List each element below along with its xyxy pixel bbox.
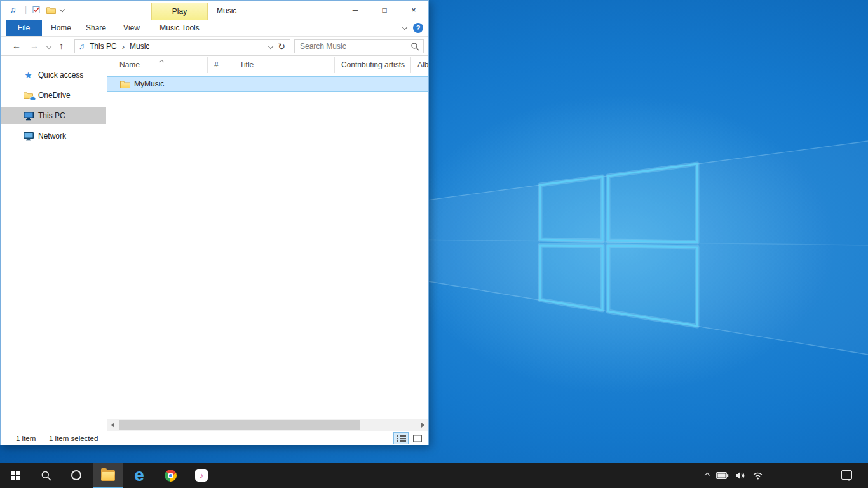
refresh-icon[interactable]: ↻ — [278, 41, 285, 51]
tab-file[interactable]: File — [6, 20, 42, 36]
cortana-button[interactable] — [61, 463, 92, 488]
details-view-button[interactable] — [393, 432, 409, 444]
sidebar-item-quick-access[interactable]: ★ Quick access — [1, 67, 106, 83]
search-input[interactable] — [295, 42, 410, 51]
title-bar[interactable]: ♫ | Play Music ─ □ × — [1, 1, 428, 20]
folder-icon — [120, 80, 130, 88]
window-controls: ─ □ × — [341, 1, 428, 20]
sidebar-item-label: This PC — [38, 111, 65, 120]
back-button[interactable]: ← — [12, 41, 21, 51]
sidebar-item-label: OneDrive — [38, 91, 71, 100]
chrome-icon — [165, 470, 177, 482]
windows-logo-icon — [11, 471, 20, 480]
large-icons-view-button[interactable] — [410, 432, 425, 444]
column-headers: Name # Title Contributing artists Alb — [107, 57, 428, 74]
minimize-button[interactable]: ─ — [341, 1, 370, 20]
sidebar-item-onedrive[interactable]: OneDrive — [1, 87, 106, 104]
address-music-note-icon: ♫ — [79, 42, 85, 51]
cortana-icon — [71, 470, 81, 480]
file-explorer-window: ♫ | Play Music ─ □ × File Home Share Vie… — [0, 0, 429, 445]
tab-music-tools[interactable]: Music Tools — [151, 20, 208, 36]
scroll-right-arrow-icon[interactable] — [417, 419, 428, 431]
hidden-icons-chevron-icon[interactable] — [705, 473, 710, 478]
window-body: ★ Quick access OneDrive — [1, 57, 428, 431]
taskbar: e ♪ — [0, 463, 868, 488]
close-button[interactable]: × — [399, 1, 428, 20]
expand-ribbon-chevron-icon[interactable] — [402, 25, 407, 30]
large-icons-view-icon — [413, 435, 422, 442]
sidebar-item-network[interactable]: Network — [1, 128, 106, 144]
qat-separator: | — [25, 5, 27, 14]
selection-count: 1 item selected — [49, 435, 98, 442]
star-icon: ★ — [24, 71, 32, 79]
column-header-number[interactable]: # — [208, 57, 233, 73]
itunes-icon: ♪ — [195, 469, 208, 482]
onedrive-cloud-icon — [29, 96, 36, 100]
taskbar-itunes-button[interactable]: ♪ — [186, 463, 217, 488]
taskbar-search-button[interactable] — [31, 463, 61, 488]
breadcrumb-music[interactable]: Music — [130, 42, 149, 51]
address-dropdown-chevron-icon[interactable] — [268, 44, 273, 49]
view-toggles — [393, 432, 425, 444]
tab-home[interactable]: Home — [46, 20, 76, 36]
network-icon — [23, 132, 34, 141]
edge-icon: e — [134, 463, 144, 487]
forward-button[interactable]: → — [30, 41, 39, 51]
navigation-bar: ← → ↑ ♫ This PC › Music ↻ — [1, 37, 428, 56]
taskbar-edge-button[interactable]: e — [124, 463, 154, 488]
column-header-title[interactable]: Title — [233, 57, 335, 73]
search-icon[interactable] — [410, 42, 419, 51]
taskbar-chrome-button[interactable] — [155, 463, 186, 488]
column-header-album[interactable]: Alb — [411, 57, 437, 73]
sort-ascending-icon — [159, 60, 164, 64]
taskbar-file-explorer-button[interactable] — [93, 463, 123, 488]
start-button[interactable] — [0, 463, 31, 488]
recent-locations-chevron-icon[interactable] — [46, 44, 51, 49]
file-name: MyMusic — [134, 79, 164, 88]
up-button[interactable]: ↑ — [59, 41, 64, 51]
music-note-icon: ♫ — [10, 4, 17, 15]
maximize-button[interactable]: □ — [370, 1, 399, 20]
breadcrumb-separator-icon[interactable]: › — [122, 42, 125, 51]
qat-properties-icon[interactable] — [32, 5, 43, 15]
window-title: Music — [217, 6, 236, 15]
search-box[interactable] — [294, 39, 424, 53]
scrollbar-thumb[interactable] — [119, 420, 360, 430]
itunes-note-glyph: ♪ — [200, 471, 204, 480]
wifi-icon[interactable] — [752, 471, 763, 480]
file-explorer-icon — [101, 470, 115, 481]
ribbon-tab-row: File Home Share View Music Tools ? — [1, 20, 428, 37]
sidebar-item-label: Quick access — [38, 71, 83, 79]
status-bar: 1 item 1 item selected — [1, 431, 428, 445]
item-count: 1 item — [16, 435, 36, 442]
tab-view[interactable]: View — [116, 20, 147, 36]
volume-icon[interactable] — [736, 471, 745, 480]
action-center-icon[interactable] — [841, 470, 852, 480]
horizontal-scrollbar[interactable] — [107, 419, 428, 431]
navigation-pane: ★ Quick access OneDrive — [1, 57, 106, 431]
scroll-left-arrow-icon[interactable] — [107, 419, 118, 431]
system-tray — [705, 463, 763, 488]
details-view-icon — [397, 435, 406, 442]
column-label: Name — [119, 60, 140, 69]
breadcrumb-this-pc[interactable]: This PC — [90, 42, 117, 51]
column-header-contributing-artists[interactable]: Contributing artists — [335, 57, 411, 73]
battery-icon[interactable] — [716, 472, 729, 479]
file-list: Name # Title Contributing artists Alb My… — [107, 57, 428, 431]
status-divider — [43, 433, 43, 443]
address-bar[interactable]: ♫ This PC › Music ↻ — [74, 39, 290, 53]
qat-customize-chevron-icon[interactable] — [60, 7, 65, 12]
tab-share[interactable]: Share — [79, 20, 112, 36]
sidebar-item-this-pc[interactable]: This PC — [1, 107, 106, 124]
computer-icon — [23, 111, 34, 121]
sidebar-item-label: Network — [38, 132, 66, 140]
help-icon[interactable]: ? — [413, 23, 423, 33]
qat-new-folder-icon[interactable] — [46, 5, 57, 15]
search-icon — [41, 470, 51, 481]
contextual-badge-play[interactable]: Play — [151, 3, 208, 20]
column-header-name[interactable]: Name — [107, 57, 208, 73]
file-row-mymusic[interactable]: MyMusic — [107, 76, 428, 92]
